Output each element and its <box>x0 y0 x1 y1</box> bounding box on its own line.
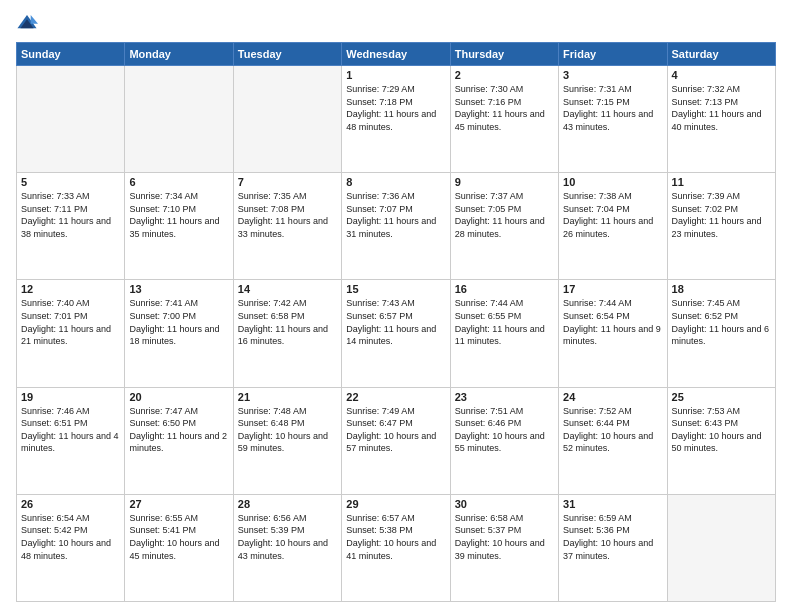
day-info: Sunrise: 7:41 AM Sunset: 7:00 PM Dayligh… <box>129 297 228 347</box>
day-info: Sunrise: 7:32 AM Sunset: 7:13 PM Dayligh… <box>672 83 771 133</box>
calendar-cell: 25Sunrise: 7:53 AM Sunset: 6:43 PM Dayli… <box>667 387 775 494</box>
day-info: Sunrise: 7:35 AM Sunset: 7:08 PM Dayligh… <box>238 190 337 240</box>
day-info: Sunrise: 6:58 AM Sunset: 5:37 PM Dayligh… <box>455 512 554 562</box>
day-number: 18 <box>672 283 771 295</box>
day-info: Sunrise: 6:57 AM Sunset: 5:38 PM Dayligh… <box>346 512 445 562</box>
calendar-cell: 5Sunrise: 7:33 AM Sunset: 7:11 PM Daylig… <box>17 173 125 280</box>
day-number: 16 <box>455 283 554 295</box>
calendar-week-3: 19Sunrise: 7:46 AM Sunset: 6:51 PM Dayli… <box>17 387 776 494</box>
calendar-cell: 16Sunrise: 7:44 AM Sunset: 6:55 PM Dayli… <box>450 280 558 387</box>
day-info: Sunrise: 7:51 AM Sunset: 6:46 PM Dayligh… <box>455 405 554 455</box>
day-info: Sunrise: 7:42 AM Sunset: 6:58 PM Dayligh… <box>238 297 337 347</box>
calendar-cell: 22Sunrise: 7:49 AM Sunset: 6:47 PM Dayli… <box>342 387 450 494</box>
col-header-saturday: Saturday <box>667 43 775 66</box>
calendar-cell: 1Sunrise: 7:29 AM Sunset: 7:18 PM Daylig… <box>342 66 450 173</box>
col-header-friday: Friday <box>559 43 667 66</box>
calendar-cell: 9Sunrise: 7:37 AM Sunset: 7:05 PM Daylig… <box>450 173 558 280</box>
col-header-sunday: Sunday <box>17 43 125 66</box>
calendar-cell: 12Sunrise: 7:40 AM Sunset: 7:01 PM Dayli… <box>17 280 125 387</box>
calendar-week-0: 1Sunrise: 7:29 AM Sunset: 7:18 PM Daylig… <box>17 66 776 173</box>
calendar-cell: 6Sunrise: 7:34 AM Sunset: 7:10 PM Daylig… <box>125 173 233 280</box>
day-number: 24 <box>563 391 662 403</box>
day-info: Sunrise: 7:34 AM Sunset: 7:10 PM Dayligh… <box>129 190 228 240</box>
calendar-week-4: 26Sunrise: 6:54 AM Sunset: 5:42 PM Dayli… <box>17 494 776 601</box>
day-number: 1 <box>346 69 445 81</box>
day-number: 23 <box>455 391 554 403</box>
calendar-cell: 2Sunrise: 7:30 AM Sunset: 7:16 PM Daylig… <box>450 66 558 173</box>
calendar-cell: 15Sunrise: 7:43 AM Sunset: 6:57 PM Dayli… <box>342 280 450 387</box>
day-number: 2 <box>455 69 554 81</box>
day-info: Sunrise: 7:38 AM Sunset: 7:04 PM Dayligh… <box>563 190 662 240</box>
calendar-header-row: SundayMondayTuesdayWednesdayThursdayFrid… <box>17 43 776 66</box>
day-number: 4 <box>672 69 771 81</box>
col-header-tuesday: Tuesday <box>233 43 341 66</box>
calendar-cell <box>667 494 775 601</box>
col-header-wednesday: Wednesday <box>342 43 450 66</box>
day-info: Sunrise: 7:30 AM Sunset: 7:16 PM Dayligh… <box>455 83 554 133</box>
calendar-cell: 17Sunrise: 7:44 AM Sunset: 6:54 PM Dayli… <box>559 280 667 387</box>
day-info: Sunrise: 6:59 AM Sunset: 5:36 PM Dayligh… <box>563 512 662 562</box>
day-number: 21 <box>238 391 337 403</box>
day-number: 9 <box>455 176 554 188</box>
day-number: 13 <box>129 283 228 295</box>
calendar-cell <box>17 66 125 173</box>
calendar-cell: 18Sunrise: 7:45 AM Sunset: 6:52 PM Dayli… <box>667 280 775 387</box>
calendar-cell: 29Sunrise: 6:57 AM Sunset: 5:38 PM Dayli… <box>342 494 450 601</box>
day-number: 25 <box>672 391 771 403</box>
calendar-cell: 23Sunrise: 7:51 AM Sunset: 6:46 PM Dayli… <box>450 387 558 494</box>
day-info: Sunrise: 7:48 AM Sunset: 6:48 PM Dayligh… <box>238 405 337 455</box>
calendar-cell: 26Sunrise: 6:54 AM Sunset: 5:42 PM Dayli… <box>17 494 125 601</box>
calendar-cell: 27Sunrise: 6:55 AM Sunset: 5:41 PM Dayli… <box>125 494 233 601</box>
day-number: 22 <box>346 391 445 403</box>
col-header-monday: Monday <box>125 43 233 66</box>
calendar-week-1: 5Sunrise: 7:33 AM Sunset: 7:11 PM Daylig… <box>17 173 776 280</box>
day-number: 31 <box>563 498 662 510</box>
day-info: Sunrise: 7:31 AM Sunset: 7:15 PM Dayligh… <box>563 83 662 133</box>
day-info: Sunrise: 7:29 AM Sunset: 7:18 PM Dayligh… <box>346 83 445 133</box>
calendar-cell: 24Sunrise: 7:52 AM Sunset: 6:44 PM Dayli… <box>559 387 667 494</box>
day-info: Sunrise: 7:44 AM Sunset: 6:54 PM Dayligh… <box>563 297 662 347</box>
day-info: Sunrise: 7:40 AM Sunset: 7:01 PM Dayligh… <box>21 297 120 347</box>
day-number: 26 <box>21 498 120 510</box>
day-number: 30 <box>455 498 554 510</box>
day-info: Sunrise: 6:55 AM Sunset: 5:41 PM Dayligh… <box>129 512 228 562</box>
calendar-cell: 11Sunrise: 7:39 AM Sunset: 7:02 PM Dayli… <box>667 173 775 280</box>
header <box>16 12 776 34</box>
logo-icon <box>16 12 38 34</box>
day-info: Sunrise: 7:36 AM Sunset: 7:07 PM Dayligh… <box>346 190 445 240</box>
day-number: 12 <box>21 283 120 295</box>
day-number: 27 <box>129 498 228 510</box>
calendar-cell: 8Sunrise: 7:36 AM Sunset: 7:07 PM Daylig… <box>342 173 450 280</box>
day-info: Sunrise: 7:53 AM Sunset: 6:43 PM Dayligh… <box>672 405 771 455</box>
calendar-cell <box>125 66 233 173</box>
day-number: 29 <box>346 498 445 510</box>
calendar-week-2: 12Sunrise: 7:40 AM Sunset: 7:01 PM Dayli… <box>17 280 776 387</box>
calendar-cell: 20Sunrise: 7:47 AM Sunset: 6:50 PM Dayli… <box>125 387 233 494</box>
calendar-cell: 30Sunrise: 6:58 AM Sunset: 5:37 PM Dayli… <box>450 494 558 601</box>
day-info: Sunrise: 7:37 AM Sunset: 7:05 PM Dayligh… <box>455 190 554 240</box>
day-info: Sunrise: 7:39 AM Sunset: 7:02 PM Dayligh… <box>672 190 771 240</box>
day-number: 11 <box>672 176 771 188</box>
day-number: 28 <box>238 498 337 510</box>
calendar-cell: 21Sunrise: 7:48 AM Sunset: 6:48 PM Dayli… <box>233 387 341 494</box>
day-number: 5 <box>21 176 120 188</box>
logo <box>16 12 42 34</box>
day-number: 8 <box>346 176 445 188</box>
day-number: 17 <box>563 283 662 295</box>
day-info: Sunrise: 6:54 AM Sunset: 5:42 PM Dayligh… <box>21 512 120 562</box>
calendar-cell: 14Sunrise: 7:42 AM Sunset: 6:58 PM Dayli… <box>233 280 341 387</box>
calendar-cell: 13Sunrise: 7:41 AM Sunset: 7:00 PM Dayli… <box>125 280 233 387</box>
day-info: Sunrise: 7:33 AM Sunset: 7:11 PM Dayligh… <box>21 190 120 240</box>
calendar-cell: 31Sunrise: 6:59 AM Sunset: 5:36 PM Dayli… <box>559 494 667 601</box>
svg-marker-2 <box>31 15 38 24</box>
day-info: Sunrise: 7:52 AM Sunset: 6:44 PM Dayligh… <box>563 405 662 455</box>
day-info: Sunrise: 7:49 AM Sunset: 6:47 PM Dayligh… <box>346 405 445 455</box>
calendar-cell: 19Sunrise: 7:46 AM Sunset: 6:51 PM Dayli… <box>17 387 125 494</box>
day-number: 19 <box>21 391 120 403</box>
day-number: 6 <box>129 176 228 188</box>
day-number: 10 <box>563 176 662 188</box>
day-info: Sunrise: 6:56 AM Sunset: 5:39 PM Dayligh… <box>238 512 337 562</box>
calendar: SundayMondayTuesdayWednesdayThursdayFrid… <box>16 42 776 602</box>
calendar-cell: 7Sunrise: 7:35 AM Sunset: 7:08 PM Daylig… <box>233 173 341 280</box>
day-number: 3 <box>563 69 662 81</box>
